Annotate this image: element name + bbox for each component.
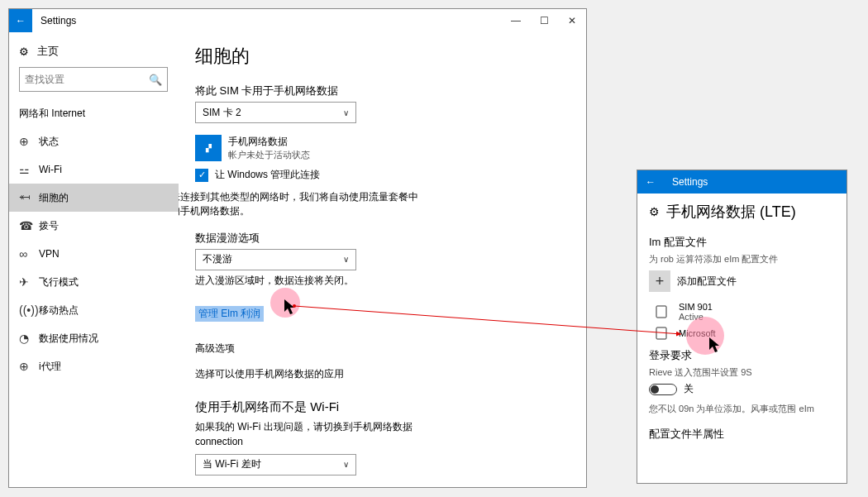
titlebar: ← Settings — ☐ ✕: [9, 9, 586, 32]
signin-toggle[interactable]: 关: [649, 382, 835, 396]
instead-description: 如果我的 Wi-Fi 出现问题，请切换到手机网络数据 connection: [195, 420, 460, 449]
sidebar-item-cellular[interactable]: ⬶细胞的: [9, 184, 179, 212]
gear-icon: ⚙: [19, 45, 29, 58]
svg-rect-0: [656, 306, 666, 318]
advanced-options-link[interactable]: 高级选项: [195, 342, 235, 356]
plus-icon: +: [649, 270, 670, 292]
proxy-icon: ⊕: [19, 360, 39, 373]
sim-icon: [656, 327, 674, 340]
roaming-select[interactable]: 不漫游 ∨: [195, 249, 356, 270]
sidebar-item-airplane[interactable]: ✈飞行模式: [19, 268, 169, 296]
instead-select[interactable]: 当 Wi-Fi 差时 ∨: [195, 454, 356, 475]
profiles-subtitle: 为 rob 运算符添加 eIm 配置文件: [649, 253, 835, 265]
search-input[interactable]: [25, 74, 149, 85]
chevron-down-icon: ∨: [343, 255, 349, 264]
add-profile-button[interactable]: + 添加配置文件: [649, 270, 835, 292]
window-title: Settings: [664, 176, 708, 188]
hotspot-icon: ((•)): [19, 303, 39, 317]
vpn-icon: ∞: [19, 247, 39, 260]
back-button[interactable]: ←: [9, 9, 32, 32]
search-box[interactable]: 🔍: [19, 67, 168, 92]
airplane-icon: ✈: [19, 275, 39, 289]
sim-use-label: 将此 SIM 卡用于手机网络数据: [195, 84, 570, 98]
search-icon: 🔍: [149, 74, 162, 86]
check-icon: ✓: [195, 169, 208, 182]
note-text: 您不以 09n 为单位添加。风事或范围 eIm: [649, 403, 835, 415]
chevron-down-icon: ∨: [343, 460, 349, 469]
sidebar-category: 网络和 Internet: [19, 107, 169, 121]
datausage-icon: ◔: [19, 332, 39, 345]
content-pane: 细胞的 将此 SIM 卡用于手机网络数据 SIM 卡 2 ∨ ▞ 手机网络数据 …: [179, 32, 586, 487]
settings-window: ← Settings — ☐ ✕ ⚙ 主页 🔍 网络和 Internet ⊕状态…: [8, 8, 587, 488]
profile-attr-heading: 配置文件半属性: [649, 427, 835, 442]
profile-item-sim901[interactable]: SIM 901 Active: [656, 302, 835, 322]
page-title: ⚙手机网络数据 (LTE): [649, 202, 835, 222]
wifi-icon: ⚍: [19, 163, 39, 176]
signin-req-heading: 登录要求: [649, 348, 835, 363]
roaming-heading: 数据漫游选项: [195, 231, 570, 246]
sidebar-item-datausage[interactable]: ◔数据使用情况: [19, 324, 169, 352]
signal-icon: ▞: [195, 135, 222, 161]
sidebar-item-vpn[interactable]: ∞VPN: [19, 240, 169, 268]
maximize-button[interactable]: ☐: [530, 9, 558, 32]
chevron-down-icon: ∨: [343, 108, 349, 117]
toggle-icon: [649, 384, 677, 395]
roaming-description: 进入漫游区域时，数据连接将关闭。: [195, 274, 377, 288]
svg-rect-1: [656, 327, 666, 339]
cellular-tile[interactable]: ▞ 手机网络数据 帐户未处于活动状态: [195, 135, 570, 161]
back-button[interactable]: ←: [637, 170, 664, 194]
home-label: 主页: [37, 44, 59, 59]
sim-icon: [656, 305, 674, 318]
gear-icon: ⚙: [649, 205, 660, 218]
sim-select[interactable]: SIM 卡 2 ∨: [195, 102, 356, 123]
signin-req-sub: Rieve 送入范围半设置 9S: [649, 366, 835, 379]
choose-apps-link[interactable]: 选择可以使用手机网络数据的应用: [195, 367, 344, 381]
manage-connection-checkbox[interactable]: ✓ 让 Windows 管理此连接: [195, 168, 570, 182]
minimize-button[interactable]: —: [502, 9, 530, 32]
window-title: Settings: [32, 15, 76, 26]
sidebar-item-wifi[interactable]: ⚍Wi-Fi: [19, 155, 169, 184]
sidebar: ⚙ 主页 🔍 网络和 Internet ⊕状态 ⚍Wi-Fi ⬶细胞的 ☎拨号 …: [9, 32, 179, 487]
manage-elm-link[interactable]: 管理 Elm 利润: [195, 306, 264, 322]
profile-item-microsoft[interactable]: Microsoft: [656, 327, 835, 340]
sidebar-item-status[interactable]: ⊕状态: [19, 127, 169, 155]
dialup-icon: ☎: [19, 219, 39, 232]
cellular-settings-window: ← Settings ⚙手机网络数据 (LTE) Im 配置文件 为 rob 运…: [637, 170, 847, 484]
auto-use-description: 未连接到其他类型的网络时，我们将自动使用流量套餐中的手机网络数据。: [179, 190, 418, 219]
status-icon: ⊕: [19, 135, 39, 148]
tile-title: 手机网络数据: [228, 135, 310, 149]
sidebar-item-hotspot[interactable]: ((•))移动热点: [19, 296, 169, 324]
sidebar-item-dialup[interactable]: ☎拨号: [19, 212, 169, 240]
close-button[interactable]: ✕: [558, 9, 586, 32]
tile-subtitle: 帐户未处于活动状态: [228, 149, 310, 161]
sidebar-item-proxy[interactable]: ⊕i代理: [19, 352, 169, 380]
profiles-heading: Im 配置文件: [649, 235, 835, 250]
home-link[interactable]: ⚙ 主页: [19, 44, 169, 59]
instead-heading: 使用手机网络而不是 Wi-Fi: [195, 399, 570, 415]
cellular-icon: ⬶: [19, 191, 39, 204]
page-title: 细胞的: [195, 44, 570, 69]
